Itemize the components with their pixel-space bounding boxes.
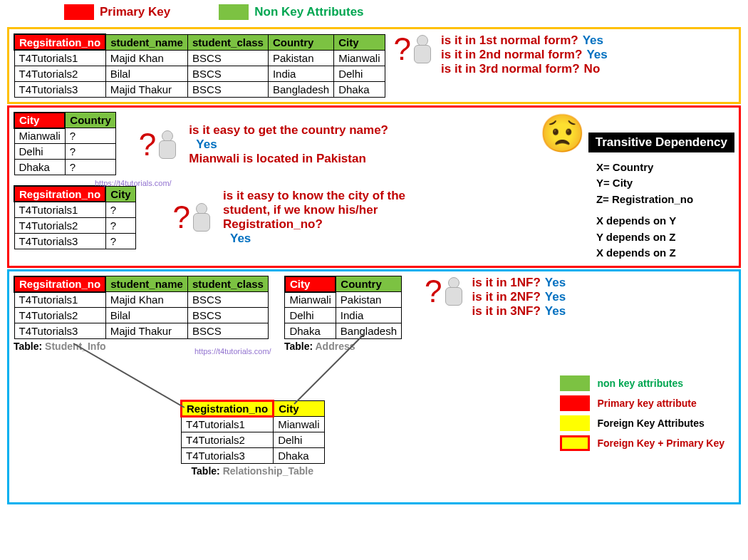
col-city: City [334,34,385,50]
caption-relationship: Table: Relationship_Table [180,465,325,477]
label-nonkey: Non Key Attributes [254,5,363,19]
box-normalized: Regsitration_nostudent_namestudent_class… [7,269,741,504]
table-row: T4Tutorials1Majid KhanBSCSPakistanMianwa… [14,50,385,66]
table-row: T4Tutorials1Majid KhanBSCS [14,292,268,308]
table-row: DhakaBangladesh [285,323,402,339]
sad-face-icon: 😟 [539,113,586,154]
q-country: is it easy to get the country name? [189,123,388,138]
address-table: CityCountry MianwaliPakistan DelhiIndia … [284,276,402,340]
caption-address: Table: Address [284,341,402,352]
table-row: T4Tutorials2BilalBSCSIndiaDelhi [14,66,385,81]
top-legend: Primary Key Non Key Attributes [0,0,748,26]
nf-questions-3: is it in 1NF?Yes is it in 2NF?Yes is it … [472,276,566,318]
connector-line [73,343,185,408]
table-row: T4Tutorials3Majid ThakurBSCS [14,323,268,339]
col-country: Country [268,34,333,50]
nf-questions: is it in 1st normal form?Yes is it in 2n… [441,33,608,76]
col-class: student_class [187,34,268,50]
question-mark-icon: ? [394,33,411,65]
legend-bottom: non key attributes Primary key attribute… [560,371,724,455]
relationship-table: Registration_noCity T4Tutorials1Mianwali… [180,400,325,464]
table-row: Delhi? [14,144,115,160]
table-row: T4Tutorials3Majid ThakurBSCSBangladeshDh… [14,81,385,97]
swatch-nonkey [219,4,249,20]
transitive-dep-title: Transitive Dependency [588,133,734,152]
thinking-person-icon [190,203,212,232]
swatch-foreign-key [560,415,590,431]
question-mark-icon: ? [139,129,156,160]
col-regno: Regsitration_no [14,34,105,50]
thinking-person-icon [411,35,432,63]
table-row: T4Tutorials3? [14,233,135,249]
swatch-primary-key [64,4,94,20]
main-table: Regsitration_no student_name student_cla… [14,33,385,98]
swatch-nonkey [560,375,590,391]
transitive-dep-body: X= Country Y= City Z= Registration_no X … [539,160,734,261]
table-row: T4Tutorials2Delhi [182,432,325,447]
label-primary-key: Primary Key [100,5,170,19]
table-row: MianwaliPakistan [285,292,402,308]
swatch-fk-pk [560,435,590,451]
question-mark-icon: ? [173,202,190,233]
table-row: T4Tutorials2BilalBSCS [14,308,268,323]
table-header-row: Regsitration_no student_name student_cla… [14,34,385,50]
regno-city-table: Regsitration_noCity T4Tutorials1? T4Tuto… [14,185,136,249]
table-row: T4Tutorials2? [14,217,135,233]
note-mianwali: Mianwali is located in Pakistan [189,152,388,166]
thinking-person-icon [156,130,177,159]
box-original-table: Regsitration_no student_name student_cla… [7,27,741,104]
city-country-table: CityCountry Mianwali? Delhi? Dhaka? [14,112,116,176]
thinking-person-icon [442,277,464,306]
question-mark-icon: ? [425,276,442,307]
table-row: T4Tutorials3Dhaka [182,447,325,463]
box-transitive-dep: CityCountry Mianwali? Delhi? Dhaka? ? is… [7,105,741,268]
student-info-table: Regsitration_nostudent_namestudent_class… [14,276,269,340]
col-name: student_name [105,34,187,50]
table-row: Dhaka? [14,160,115,175]
table-row: T4Tutorials1Mianwali [182,416,325,432]
swatch-primary-key [560,395,590,411]
watermark: https://t4tutorials.com/ [95,179,172,187]
table-row: DelhiIndia [285,308,402,323]
table-row: T4Tutorials1? [14,202,135,217]
watermark: https://t4tutorials.com/ [194,347,271,356]
table-row: Mianwali? [14,128,115,144]
